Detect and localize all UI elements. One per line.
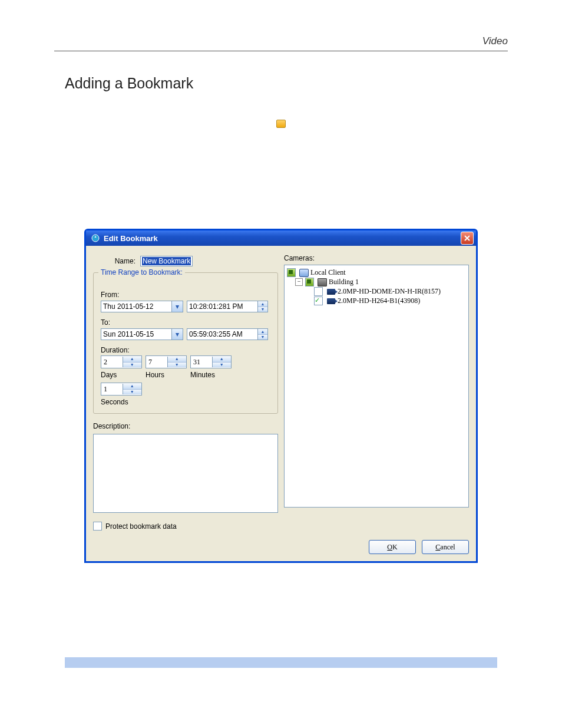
name-value: New Bookmark xyxy=(142,257,191,265)
seconds-spinner[interactable]: 1 ▲▼ xyxy=(101,383,142,396)
protect-label: Protect bookmark data xyxy=(105,522,177,531)
ok-button[interactable]: OK xyxy=(369,540,416,554)
cancel-button[interactable]: Cancel xyxy=(422,540,469,554)
time-range-group: Time Range to Bookmark: From: Thu 2011-0… xyxy=(93,272,278,414)
days-spinner[interactable]: 2 ▲▼ xyxy=(101,355,142,368)
chevron-down-icon: ▾ xyxy=(171,329,183,340)
close-button[interactable] xyxy=(461,232,474,245)
duration-label: Duration: xyxy=(101,346,270,354)
camera-icon xyxy=(326,297,336,305)
camera-icon xyxy=(326,288,336,296)
description-label: Description: xyxy=(93,422,278,430)
spinner-icon: ▲▼ xyxy=(167,357,187,367)
checkbox-partial[interactable] xyxy=(287,268,296,277)
days-unit-label: Days xyxy=(101,371,117,379)
monitor-icon xyxy=(299,269,309,277)
protect-checkbox[interactable] xyxy=(93,522,102,531)
time-range-legend: Time Range to Bookmark: xyxy=(98,268,185,276)
from-time-value: 10:28:01:281 PM xyxy=(189,302,257,311)
to-time-value: 05:59:03:255 AM xyxy=(189,330,257,338)
server-icon xyxy=(318,278,327,286)
dialog-title: Edit Bookmark xyxy=(104,234,461,243)
tree-node-camera[interactable]: 2.0MP-HD-H264-B1(43908) xyxy=(314,297,466,305)
spinner-icon: ▲▼ xyxy=(257,329,267,340)
edit-bookmark-dialog: Edit Bookmark Name: New Bookmark Time Ra… xyxy=(84,229,478,563)
spinner-icon: ▲▼ xyxy=(257,301,267,312)
tree-node-camera[interactable]: 2.0MP-HD-DOME-DN-H-IR(8157) xyxy=(314,287,466,296)
minutes-spinner[interactable]: 31 ▲▼ xyxy=(190,355,232,368)
from-date-combo[interactable]: Thu 2011-05-12 ▾ xyxy=(101,301,183,312)
to-label: To: xyxy=(101,318,270,327)
to-date-combo[interactable]: Sun 2011-05-15 ▾ xyxy=(101,328,183,340)
collapse-icon[interactable]: − xyxy=(295,278,303,286)
seconds-unit-label: Seconds xyxy=(101,398,128,406)
seconds-value: 1 xyxy=(104,385,123,394)
checkbox-partial[interactable] xyxy=(305,278,314,286)
from-time-spinner[interactable]: 10:28:01:281 PM ▲▼ xyxy=(187,301,268,312)
tree-root-label: Local Client xyxy=(310,268,346,277)
name-input[interactable]: New Bookmark xyxy=(140,256,193,266)
hours-unit-label: Hours xyxy=(146,371,164,379)
tree-cam2-label: 2.0MP-HD-H264-B1(43908) xyxy=(338,297,420,305)
cameras-label: Cameras: xyxy=(284,254,469,262)
dialog-titlebar[interactable]: Edit Bookmark xyxy=(86,230,476,246)
bookmark-icon xyxy=(276,120,286,128)
dialog-app-icon xyxy=(91,233,100,243)
page-header: Video xyxy=(54,35,508,47)
tree-group-label: Building 1 xyxy=(329,278,359,286)
checkbox-checked[interactable] xyxy=(314,297,323,305)
tree-node-group[interactable]: − Building 1 xyxy=(295,278,466,286)
checkbox-unchecked[interactable] xyxy=(314,287,323,296)
note-highlight-bar xyxy=(65,657,497,668)
from-date-value: Thu 2011-05-12 xyxy=(103,302,153,311)
spinner-icon: ▲▼ xyxy=(212,357,232,367)
to-date-value: Sun 2011-05-15 xyxy=(103,330,154,338)
cameras-tree[interactable]: Local Client − Building 1 2.0MP-HD-DOME-… xyxy=(284,265,469,508)
name-label: Name: xyxy=(93,257,135,265)
svg-point-0 xyxy=(92,235,99,242)
chevron-down-icon: ▾ xyxy=(171,301,183,312)
tree-node-root[interactable]: Local Client xyxy=(287,268,466,277)
section-heading: Adding a Bookmark xyxy=(65,75,508,92)
spinner-icon: ▲▼ xyxy=(123,357,142,367)
to-time-spinner[interactable]: 05:59:03:255 AM ▲▼ xyxy=(187,328,268,340)
tree-cam1-label: 2.0MP-HD-DOME-DN-H-IR(8157) xyxy=(338,287,441,296)
description-textarea[interactable] xyxy=(93,434,278,513)
close-icon xyxy=(464,235,470,241)
spinner-icon: ▲▼ xyxy=(123,384,142,394)
hours-spinner[interactable]: 7 ▲▼ xyxy=(146,355,187,368)
from-label: From: xyxy=(101,291,270,299)
hours-value: 7 xyxy=(148,358,167,367)
days-value: 2 xyxy=(104,358,123,367)
header-rule xyxy=(54,51,508,51)
minutes-unit-label: Minutes xyxy=(190,371,215,379)
minutes-value: 31 xyxy=(193,358,212,367)
